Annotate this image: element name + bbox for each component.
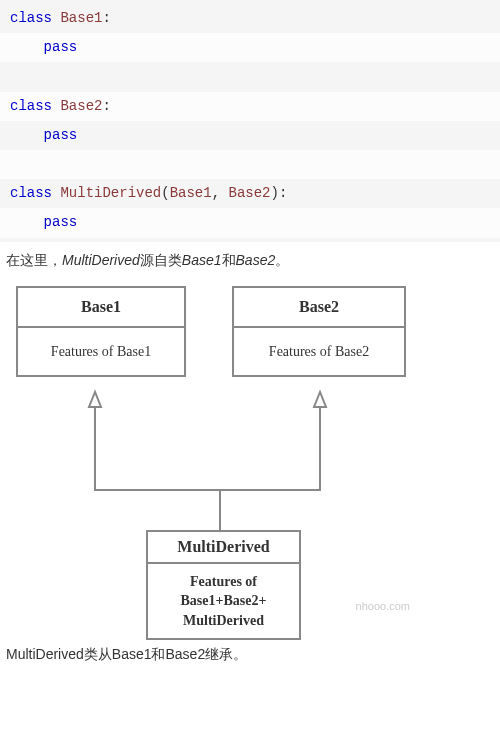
code-token: pass <box>44 214 78 230</box>
em-multiderived: MultiDerived <box>62 252 140 268</box>
code-token <box>10 214 44 230</box>
code-line <box>0 62 500 91</box>
code-token: pass <box>44 127 78 143</box>
code-token <box>10 68 18 84</box>
diagram-box-title: MultiDerived <box>148 532 299 564</box>
code-token <box>10 156 18 172</box>
diagram-box-body: Features of Base1 <box>18 328 184 376</box>
code-token: Base1 <box>170 185 212 201</box>
diagram-box-base1: Base1 Features of Base1 <box>16 286 186 378</box>
diagram-box-body: Features of Base1+Base2+ MultiDerived <box>148 564 299 639</box>
code-token: , <box>212 185 229 201</box>
code-token <box>10 39 44 55</box>
body-line: Features of <box>190 574 257 589</box>
text-mid1: 源自类 <box>140 252 182 268</box>
code-token: Base1 <box>60 10 102 26</box>
code-token: MultiDerived <box>60 185 161 201</box>
diagram-box-base2: Base2 Features of Base2 <box>232 286 406 378</box>
body-line: MultiDerived <box>183 613 264 628</box>
diagram-box-title: Base2 <box>234 288 404 328</box>
code-line: pass <box>0 208 500 237</box>
diagram-box-multiderived: MultiDerived Features of Base1+Base2+ Mu… <box>146 530 301 641</box>
code-token: class <box>10 10 60 26</box>
code-token: ): <box>271 185 288 201</box>
code-token: class <box>10 185 60 201</box>
body-line: Base1+Base2+ <box>181 593 267 608</box>
code-line: class Base1: <box>0 4 500 33</box>
code-token: pass <box>44 39 78 55</box>
em-base1: Base1 <box>182 252 222 268</box>
text-prefix: 在这里， <box>6 252 62 268</box>
watermark: nhooo.com <box>356 600 410 612</box>
paragraph-summary: MultiDerived类从Base1和Base2继承。 <box>0 636 500 674</box>
code-token <box>10 127 44 143</box>
code-line: pass <box>0 33 500 62</box>
code-line: pass <box>0 121 500 150</box>
paragraph-intro: 在这里，MultiDerived源自类Base1和Base2。 <box>0 242 500 280</box>
code-token: ( <box>161 185 169 201</box>
code-block: class Base1: pass class Base2: pass clas… <box>0 0 500 242</box>
diagram-box-title: Base1 <box>18 288 184 328</box>
code-token: : <box>102 98 110 114</box>
text-mid2: 和 <box>222 252 236 268</box>
em-base2: Base2 <box>236 252 276 268</box>
code-line: class Base2: <box>0 92 500 121</box>
code-token: Base2 <box>228 185 270 201</box>
code-token: Base2 <box>60 98 102 114</box>
diagram-box-body: Features of Base2 <box>234 328 404 376</box>
text-suffix: 。 <box>275 252 289 268</box>
code-token: : <box>102 10 110 26</box>
code-line <box>0 150 500 179</box>
inheritance-diagram: Base1 Features of Base1 Base2 Features o… <box>10 280 470 630</box>
code-token: class <box>10 98 60 114</box>
code-line: class MultiDerived(Base1, Base2): <box>0 179 500 208</box>
